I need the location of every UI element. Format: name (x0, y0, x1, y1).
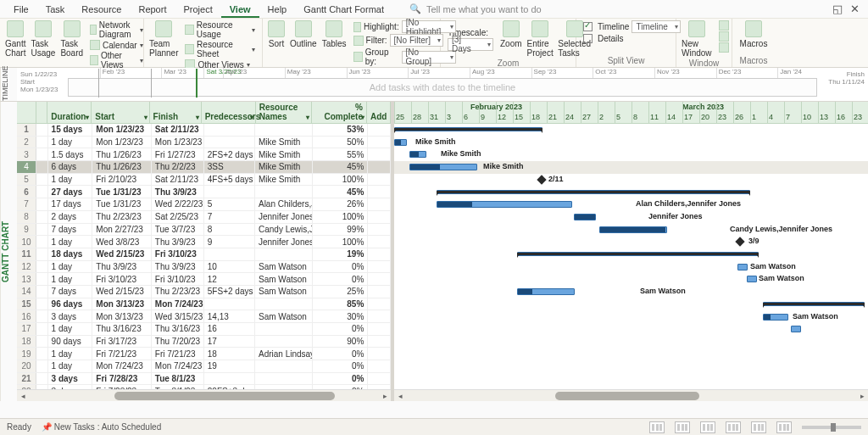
table-row[interactable]: 191 dayFri 7/21/23Fri 7/21/2318Adrian Li… (17, 348, 391, 360)
timeline-checkbox[interactable] (583, 22, 593, 31)
gantt-task-bar[interactable] (599, 226, 667, 233)
col-resource-names[interactable]: Resource Names▾ (256, 102, 313, 123)
col-percent-complete[interactable]: % Complete▾ (312, 102, 367, 123)
col-predecessors[interactable]: Predecessors▾ (202, 102, 256, 123)
gantt-task-bar[interactable] (409, 151, 426, 158)
timeline-check-row[interactable]: TimelineTimeline (581, 20, 682, 33)
grid-hscroll[interactable]: ◂ ▸ (17, 389, 391, 401)
table-row[interactable]: 97 daysMon 2/27/23Tue 3/7/238Candy Lewis… (17, 224, 391, 237)
zoom-slider[interactable] (802, 426, 861, 429)
ribbon-collapse-button[interactable]: ◱ (829, 3, 846, 15)
tab-task[interactable]: Task (37, 2, 74, 16)
gantt-task-bar[interactable] (747, 276, 757, 282)
gantt-row[interactable] (394, 373, 868, 386)
gantt-row[interactable] (394, 211, 868, 224)
gantt-summary-bar[interactable] (394, 127, 542, 131)
view-shortcut-6[interactable] (776, 421, 792, 433)
details-checkbox[interactable] (583, 34, 593, 43)
gantt-row[interactable] (394, 261, 868, 274)
task-board-button[interactable]: Task Board (60, 20, 83, 70)
table-row[interactable]: 1596 daysMon 3/13/23Mon 7/24/2385% (17, 298, 391, 311)
tab-file[interactable]: File (5, 2, 37, 16)
table-row[interactable]: 213 daysFri 7/28/23Tue 8/1/230% (17, 373, 391, 386)
team-planner-button[interactable]: Team Planner (149, 20, 178, 70)
hide-button[interactable] (717, 42, 731, 53)
gantt-summary-bar[interactable] (517, 252, 759, 256)
gantt-summary-bar[interactable] (763, 302, 865, 306)
gantt-task-bar[interactable] (517, 288, 575, 295)
gantt-summary-bar[interactable] (437, 190, 750, 194)
gantt-timescale[interactable]: February 2023March 202325283136912151821… (394, 102, 868, 124)
outline-button[interactable]: Outline (290, 20, 317, 66)
table-row[interactable]: 46 daysThu 1/26/23Thu 2/2/233SSMike Smit… (17, 161, 391, 174)
timeline-bar[interactable]: Add tasks with dates to the timeline (68, 78, 817, 97)
col-finish[interactable]: Finish▾ (150, 102, 202, 123)
table-row[interactable]: 163 daysMon 3/13/23Wed 3/15/2314,13Sam W… (17, 310, 391, 323)
scroll-right-icon[interactable]: ▸ (379, 390, 391, 402)
calendar-button[interactable]: Calendar▾ (88, 40, 145, 50)
tab-view[interactable]: View (221, 2, 259, 18)
gantt-task-bar[interactable] (394, 139, 407, 146)
col-duration[interactable]: Duration▾ (47, 102, 92, 123)
resource-usage-button[interactable]: Resource Usage▾ (183, 20, 257, 39)
tab-project[interactable]: Project (175, 2, 220, 16)
table-row[interactable]: 101 dayWed 3/8/23Thu 3/9/239Jennifer Jon… (17, 236, 391, 248)
gantt-hscroll-thumb[interactable] (555, 392, 699, 400)
col-start[interactable]: Start▾ (92, 102, 149, 123)
table-row[interactable]: 51 dayFri 2/10/23Sat 2/11/234FS+5 daysMi… (17, 174, 391, 187)
view-shortcut-3[interactable] (700, 421, 715, 433)
gantt-row[interactable] (394, 349, 868, 361)
new-window-button[interactable]: New Window (682, 20, 712, 58)
network-diagram-button[interactable]: Network Diagram▾ (88, 20, 145, 39)
highlight-combo[interactable]: [No Highlight] (402, 20, 456, 33)
zoom-button[interactable]: Zoom (500, 20, 522, 58)
close-button[interactable]: ✕ (846, 3, 863, 15)
gantt-chart-button[interactable]: Gantt Chart (5, 20, 25, 70)
gantt-task-bar[interactable] (763, 314, 788, 321)
gantt-row[interactable] (394, 286, 868, 298)
gantt-row[interactable] (394, 137, 868, 149)
table-row[interactable]: 121 dayThu 3/9/23Thu 3/9/2310Sam Watson0… (17, 261, 391, 274)
table-row[interactable]: 717 daysTue 1/31/23Wed 2/22/235Alan Chil… (17, 198, 391, 211)
details-check-row[interactable]: Details (581, 34, 682, 43)
task-usage-button[interactable]: Task Usage (31, 20, 55, 70)
scroll-left-icon[interactable]: ◂ (17, 390, 29, 402)
scroll-right-icon[interactable]: ▸ (856, 390, 868, 401)
arrange-all-button[interactable] (717, 31, 731, 42)
zoom-slider-knob[interactable] (831, 423, 836, 432)
macros-button[interactable]: Macros (737, 20, 770, 48)
col-indicators[interactable] (36, 102, 48, 123)
tab-help[interactable]: Help (259, 2, 296, 16)
table-row[interactable]: 171 dayThu 3/16/23Thu 3/16/23160% (17, 323, 391, 336)
table-row[interactable]: 627 daysTue 1/31/23Thu 3/9/2345% (17, 186, 391, 198)
gantt-row[interactable] (394, 174, 868, 187)
view-shortcut-2[interactable] (675, 421, 690, 433)
grid-body[interactable]: 115 daysMon 1/23/23Sat 2/11/2353%21 dayM… (17, 124, 391, 389)
switch-windows-button[interactable] (717, 20, 731, 31)
gantt-task-bar[interactable] (574, 214, 596, 220)
table-row[interactable]: 1118 daysWed 2/15/23Fri 3/10/2319% (17, 248, 391, 261)
timeline-combo[interactable]: Timeline (632, 20, 680, 33)
gantt-task-bar[interactable] (409, 164, 477, 170)
group-combo[interactable]: [No Group] (402, 51, 456, 64)
timeline-canvas[interactable]: Add tasks with dates to the timeline Fin… (68, 68, 868, 101)
gantt-body[interactable]: Mike SmithMike SmithMike Smith2/11Alan C… (394, 124, 868, 389)
tell-me-search[interactable]: 🔍 Tell me what you want to do (409, 3, 542, 14)
tab-report[interactable]: Report (130, 2, 175, 16)
gantt-row[interactable] (394, 336, 868, 349)
gantt-row[interactable] (394, 236, 868, 248)
gantt-task-bar[interactable] (737, 264, 748, 270)
scroll-left-icon[interactable]: ◂ (394, 390, 406, 401)
table-row[interactable]: 115 daysMon 1/23/23Sat 2/11/2353% (17, 124, 391, 137)
tables-button[interactable]: Tables (322, 20, 347, 66)
table-row[interactable]: 201 dayMon 7/24/23Mon 7/24/23190% (17, 360, 391, 373)
tab-gantt-chart-format[interactable]: Gantt Chart Format (295, 2, 392, 16)
view-shortcut-5[interactable] (751, 421, 766, 433)
view-shortcut-4[interactable] (726, 421, 741, 433)
timescale-combo[interactable]: [3] Days (448, 38, 493, 51)
table-row[interactable]: 1890 daysFri 3/17/23Thu 7/20/231790% (17, 336, 391, 349)
gantt-row[interactable] (394, 360, 868, 373)
grid-hscroll-thumb[interactable] (114, 392, 335, 400)
filter-combo[interactable]: [No Filter] (390, 34, 443, 47)
view-shortcut-1[interactable] (649, 421, 665, 433)
